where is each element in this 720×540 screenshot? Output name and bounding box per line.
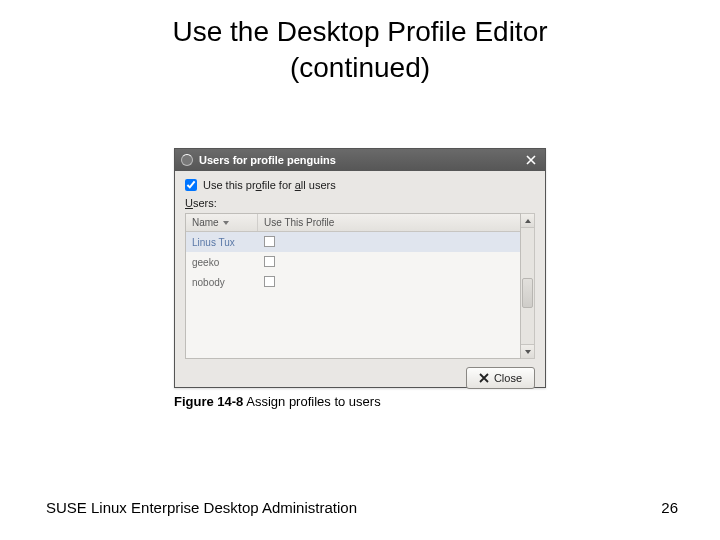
window-close-button[interactable] (523, 152, 539, 168)
close-icon (526, 155, 536, 165)
close-button-label: Close (494, 372, 522, 384)
dialog-button-row: Close (185, 367, 535, 389)
page-title: Use the Desktop Profile Editor (continue… (0, 14, 720, 87)
window-body: Use this profile for all users Users: Na… (175, 171, 545, 397)
footer-text: SUSE Linux Enterprise Desktop Administra… (46, 499, 357, 516)
title-line-1: Use the Desktop Profile Editor (172, 16, 547, 47)
users-list-area: Name Use This Profile Linus Tux ge (185, 213, 535, 359)
column-header-name[interactable]: Name (186, 214, 258, 231)
list-rows: Linus Tux geeko nobody (186, 232, 520, 292)
scroll-down-button[interactable] (521, 344, 534, 358)
figure-caption: Figure 14-8 Assign profiles to users (174, 394, 546, 409)
list-item[interactable]: nobody (186, 272, 520, 292)
user-use-cell (258, 236, 520, 249)
row-checkbox[interactable] (264, 256, 275, 267)
user-name: Linus Tux (186, 237, 258, 248)
page-number: 26 (661, 499, 678, 516)
row-checkbox[interactable] (264, 236, 275, 247)
close-button[interactable]: Close (466, 367, 535, 389)
figure: Users for profile penguins Use this prof… (174, 148, 546, 409)
column-header-use[interactable]: Use This Profile (258, 214, 520, 231)
title-line-2: (continued) (290, 52, 430, 83)
list-item[interactable]: geeko (186, 252, 520, 272)
chevron-down-icon (525, 350, 531, 354)
use-all-users-label: Use this profile for all users (203, 179, 336, 191)
users-listbox[interactable]: Name Use This Profile Linus Tux ge (185, 213, 521, 359)
scroll-track[interactable] (521, 228, 534, 344)
chevron-up-icon (525, 219, 531, 223)
list-header: Name Use This Profile (186, 214, 520, 232)
titlebar: Users for profile penguins (175, 149, 545, 171)
user-use-cell (258, 256, 520, 269)
scroll-up-button[interactable] (521, 214, 534, 228)
user-use-cell (258, 276, 520, 289)
close-icon (479, 373, 489, 383)
vertical-scrollbar[interactable] (521, 213, 535, 359)
window-title: Users for profile penguins (199, 154, 523, 166)
figure-text: Assign profiles to users (243, 394, 380, 409)
row-checkbox[interactable] (264, 276, 275, 287)
sort-descending-icon (223, 221, 229, 225)
use-all-users-checkbox[interactable] (185, 179, 197, 191)
slide: Use the Desktop Profile Editor (continue… (0, 14, 720, 540)
user-name: nobody (186, 277, 258, 288)
user-name: geeko (186, 257, 258, 268)
users-label: Users: (185, 197, 535, 209)
scroll-thumb[interactable] (522, 278, 533, 308)
figure-number: Figure 14-8 (174, 394, 243, 409)
dialog-window: Users for profile penguins Use this prof… (174, 148, 546, 388)
busy-spinner-icon (181, 154, 193, 166)
list-item[interactable]: Linus Tux (186, 232, 520, 252)
use-all-users-row[interactable]: Use this profile for all users (185, 179, 535, 191)
